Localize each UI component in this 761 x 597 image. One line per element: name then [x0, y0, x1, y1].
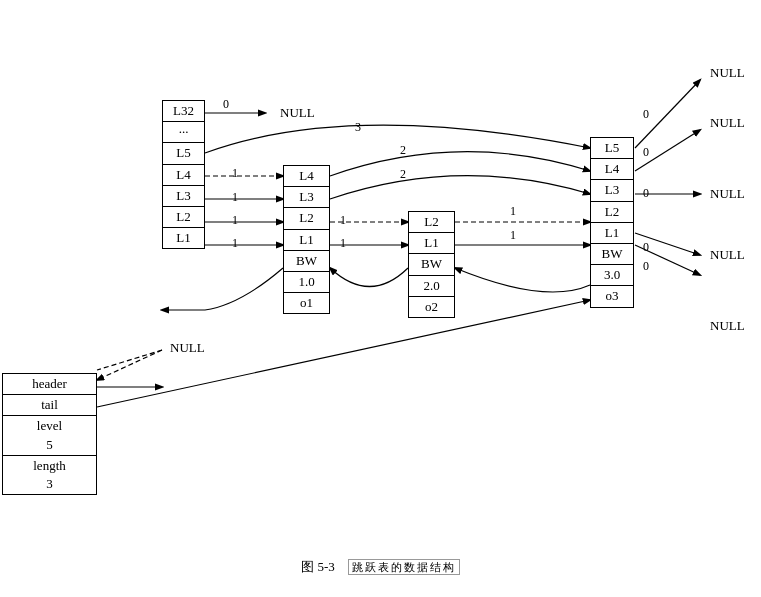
level-cell: level5	[3, 416, 96, 455]
n2-l2: L2	[409, 212, 454, 233]
label-0-n3l4: 0	[643, 145, 649, 160]
null-l1: NULL	[710, 318, 745, 334]
header-struct-box: header tail level5 length3	[2, 373, 97, 495]
n1-l2: L2	[284, 208, 329, 229]
main-list-box: L32 ··· L5 L4 L3 L2 L1	[162, 100, 205, 249]
node1-box: L4 L3 L2 L1 BW 1.0 o1	[283, 165, 330, 314]
node3-box: L5 L4 L3 L2 L1 BW 3.0 o3	[590, 137, 634, 308]
svg-line-16	[97, 350, 162, 380]
figure-label: 图 5-3	[301, 559, 335, 574]
tail-cell: tail	[3, 395, 96, 416]
n3-l2: L2	[591, 202, 633, 223]
label-1-n1l1: 1	[340, 236, 346, 251]
main-l2: L2	[163, 207, 204, 228]
length-cell: length3	[3, 456, 96, 494]
label-1-l1: 1	[232, 236, 238, 251]
main-l1: L1	[163, 228, 204, 248]
n1-l1: L1	[284, 230, 329, 251]
main-l3: L3	[163, 186, 204, 207]
n2-obj: o2	[409, 297, 454, 317]
diagram-svg	[0, 0, 761, 597]
null-l4: NULL	[710, 115, 745, 131]
label-0-n3l2: 0	[643, 240, 649, 255]
main-dots: ···	[163, 122, 204, 143]
figure-subtitle: 跳跃表的数据结构	[348, 559, 460, 575]
main-l32: L32	[163, 101, 204, 122]
main-l4: L4	[163, 165, 204, 186]
label-2-top: 2	[400, 143, 406, 158]
n3-l3: L3	[591, 180, 633, 201]
label-0-n3l3: 0	[643, 186, 649, 201]
n3-obj: o3	[591, 286, 633, 306]
label-0-n3l5: 0	[643, 107, 649, 122]
label-1-l3: 1	[232, 190, 238, 205]
label-1-l2: 1	[232, 213, 238, 228]
n1-obj: o1	[284, 293, 329, 313]
null-l3: NULL	[710, 186, 745, 202]
null-main: NULL	[170, 340, 205, 356]
null-l32: NULL	[280, 105, 315, 121]
node2-box: L2 L1 BW 2.0 o2	[408, 211, 455, 318]
label-1-n2l2: 1	[510, 204, 516, 219]
label-1-n1l2: 1	[340, 213, 346, 228]
label-0-n3l1: 0	[643, 259, 649, 274]
n1-l3: L3	[284, 187, 329, 208]
n3-l4: L4	[591, 159, 633, 180]
n2-bw: BW	[409, 254, 454, 275]
main-l5: L5	[163, 143, 204, 164]
n2-l1: L1	[409, 233, 454, 254]
label-1-n2l1: 1	[510, 228, 516, 243]
label-3: 3	[355, 120, 361, 135]
n2-score: 2.0	[409, 276, 454, 297]
label-0-l32: 0	[223, 97, 229, 112]
figure-caption: 图 5-3 跳跃表的数据结构	[200, 558, 561, 576]
label-1-l4: 1	[232, 166, 238, 181]
n1-bw: BW	[284, 251, 329, 272]
label-2-l3: 2	[400, 167, 406, 182]
header-cell: header	[3, 374, 96, 395]
n1-l4: L4	[284, 166, 329, 187]
diagram-container: header tail level5 length3 L32 ··· L5 L4…	[0, 0, 761, 597]
null-top-right: NULL	[710, 65, 745, 81]
n3-l5: L5	[591, 138, 633, 159]
null-l2: NULL	[710, 247, 745, 263]
n3-score: 3.0	[591, 265, 633, 286]
n1-score: 1.0	[284, 272, 329, 293]
n3-bw: BW	[591, 244, 633, 265]
n3-l1: L1	[591, 223, 633, 244]
